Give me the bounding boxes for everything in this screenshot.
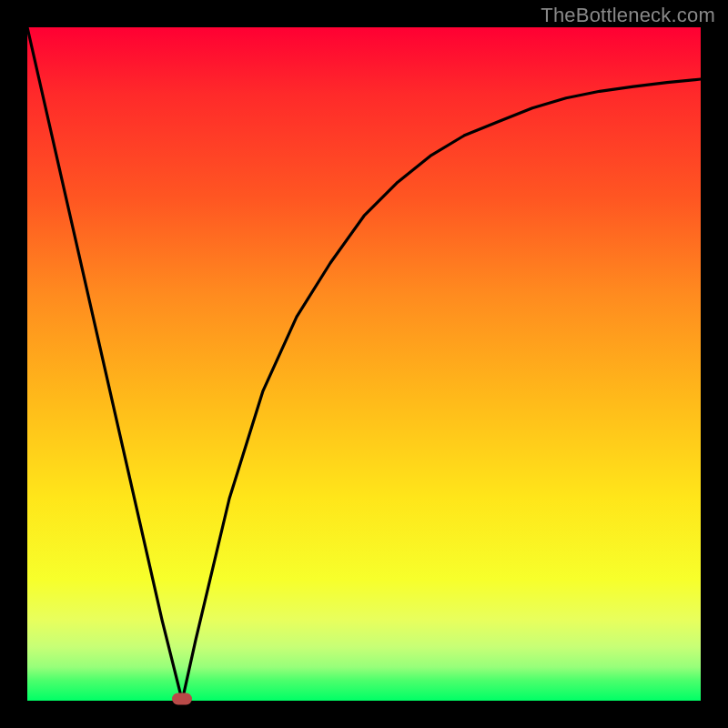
bottleneck-marker [172, 693, 192, 705]
chart-frame: TheBottleneck.com [0, 0, 728, 728]
bottleneck-curve [27, 27, 701, 701]
curve-svg [27, 27, 701, 701]
plot-area [27, 27, 701, 701]
watermark-text: TheBottleneck.com [541, 4, 715, 27]
